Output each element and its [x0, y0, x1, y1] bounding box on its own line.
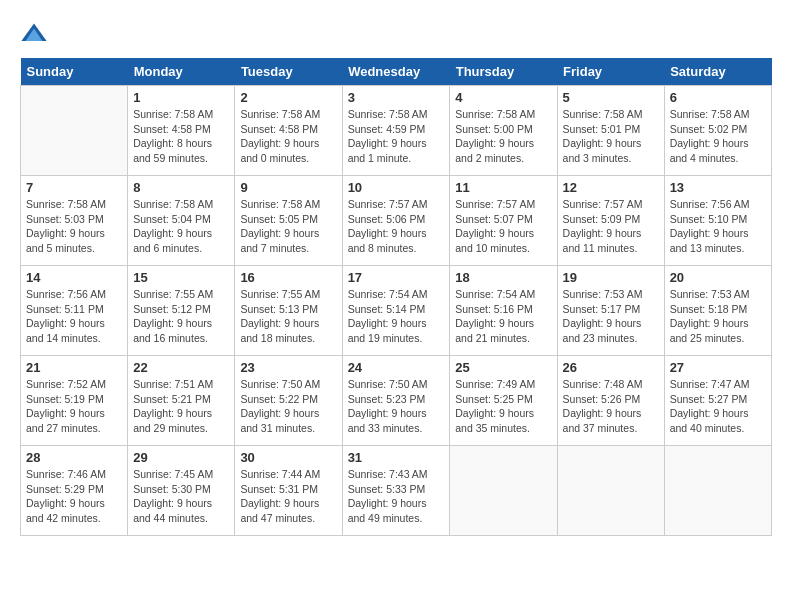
- calendar-cell: 19Sunrise: 7:53 AMSunset: 5:17 PMDayligh…: [557, 266, 664, 356]
- calendar-cell: 28Sunrise: 7:46 AMSunset: 5:29 PMDayligh…: [21, 446, 128, 536]
- day-info: Sunrise: 7:49 AMSunset: 5:25 PMDaylight:…: [455, 377, 551, 436]
- calendar-week-row: 7Sunrise: 7:58 AMSunset: 5:03 PMDaylight…: [21, 176, 772, 266]
- day-number: 8: [133, 180, 229, 195]
- day-info: Sunrise: 7:55 AMSunset: 5:13 PMDaylight:…: [240, 287, 336, 346]
- calendar-cell: 17Sunrise: 7:54 AMSunset: 5:14 PMDayligh…: [342, 266, 450, 356]
- day-number: 12: [563, 180, 659, 195]
- day-info: Sunrise: 7:50 AMSunset: 5:22 PMDaylight:…: [240, 377, 336, 436]
- day-number: 4: [455, 90, 551, 105]
- day-number: 10: [348, 180, 445, 195]
- calendar-cell: [450, 446, 557, 536]
- calendar-cell: 10Sunrise: 7:57 AMSunset: 5:06 PMDayligh…: [342, 176, 450, 266]
- day-info: Sunrise: 7:51 AMSunset: 5:21 PMDaylight:…: [133, 377, 229, 436]
- calendar-cell: 14Sunrise: 7:56 AMSunset: 5:11 PMDayligh…: [21, 266, 128, 356]
- day-info: Sunrise: 7:58 AMSunset: 4:58 PMDaylight:…: [133, 107, 229, 166]
- day-info: Sunrise: 7:58 AMSunset: 5:03 PMDaylight:…: [26, 197, 122, 256]
- day-info: Sunrise: 7:58 AMSunset: 4:58 PMDaylight:…: [240, 107, 336, 166]
- calendar-cell: 1Sunrise: 7:58 AMSunset: 4:58 PMDaylight…: [128, 86, 235, 176]
- calendar-cell: 3Sunrise: 7:58 AMSunset: 4:59 PMDaylight…: [342, 86, 450, 176]
- day-number: 21: [26, 360, 122, 375]
- calendar-cell: 2Sunrise: 7:58 AMSunset: 4:58 PMDaylight…: [235, 86, 342, 176]
- day-number: 9: [240, 180, 336, 195]
- calendar-cell: 4Sunrise: 7:58 AMSunset: 5:00 PMDaylight…: [450, 86, 557, 176]
- calendar-cell: 30Sunrise: 7:44 AMSunset: 5:31 PMDayligh…: [235, 446, 342, 536]
- calendar-week-row: 21Sunrise: 7:52 AMSunset: 5:19 PMDayligh…: [21, 356, 772, 446]
- day-info: Sunrise: 7:58 AMSunset: 5:04 PMDaylight:…: [133, 197, 229, 256]
- day-number: 19: [563, 270, 659, 285]
- day-number: 15: [133, 270, 229, 285]
- day-number: 18: [455, 270, 551, 285]
- day-number: 7: [26, 180, 122, 195]
- day-info: Sunrise: 7:56 AMSunset: 5:11 PMDaylight:…: [26, 287, 122, 346]
- calendar-cell: 12Sunrise: 7:57 AMSunset: 5:09 PMDayligh…: [557, 176, 664, 266]
- day-info: Sunrise: 7:50 AMSunset: 5:23 PMDaylight:…: [348, 377, 445, 436]
- day-number: 5: [563, 90, 659, 105]
- calendar-cell: 26Sunrise: 7:48 AMSunset: 5:26 PMDayligh…: [557, 356, 664, 446]
- calendar-cell: 7Sunrise: 7:58 AMSunset: 5:03 PMDaylight…: [21, 176, 128, 266]
- day-info: Sunrise: 7:53 AMSunset: 5:17 PMDaylight:…: [563, 287, 659, 346]
- calendar-cell: 24Sunrise: 7:50 AMSunset: 5:23 PMDayligh…: [342, 356, 450, 446]
- day-number: 3: [348, 90, 445, 105]
- calendar-cell: 18Sunrise: 7:54 AMSunset: 5:16 PMDayligh…: [450, 266, 557, 356]
- day-info: Sunrise: 7:57 AMSunset: 5:06 PMDaylight:…: [348, 197, 445, 256]
- day-number: 1: [133, 90, 229, 105]
- day-number: 29: [133, 450, 229, 465]
- day-number: 14: [26, 270, 122, 285]
- calendar-body: 1Sunrise: 7:58 AMSunset: 4:58 PMDaylight…: [21, 86, 772, 536]
- calendar-cell: 16Sunrise: 7:55 AMSunset: 5:13 PMDayligh…: [235, 266, 342, 356]
- day-info: Sunrise: 7:58 AMSunset: 4:59 PMDaylight:…: [348, 107, 445, 166]
- day-number: 23: [240, 360, 336, 375]
- day-number: 16: [240, 270, 336, 285]
- calendar-cell: 23Sunrise: 7:50 AMSunset: 5:22 PMDayligh…: [235, 356, 342, 446]
- calendar-cell: 27Sunrise: 7:47 AMSunset: 5:27 PMDayligh…: [664, 356, 771, 446]
- day-info: Sunrise: 7:56 AMSunset: 5:10 PMDaylight:…: [670, 197, 766, 256]
- day-info: Sunrise: 7:54 AMSunset: 5:14 PMDaylight:…: [348, 287, 445, 346]
- day-number: 20: [670, 270, 766, 285]
- day-number: 31: [348, 450, 445, 465]
- day-info: Sunrise: 7:44 AMSunset: 5:31 PMDaylight:…: [240, 467, 336, 526]
- calendar-cell: 6Sunrise: 7:58 AMSunset: 5:02 PMDaylight…: [664, 86, 771, 176]
- calendar-cell: 22Sunrise: 7:51 AMSunset: 5:21 PMDayligh…: [128, 356, 235, 446]
- calendar-cell: 20Sunrise: 7:53 AMSunset: 5:18 PMDayligh…: [664, 266, 771, 356]
- calendar-cell: 21Sunrise: 7:52 AMSunset: 5:19 PMDayligh…: [21, 356, 128, 446]
- calendar-cell: 25Sunrise: 7:49 AMSunset: 5:25 PMDayligh…: [450, 356, 557, 446]
- day-info: Sunrise: 7:57 AMSunset: 5:07 PMDaylight:…: [455, 197, 551, 256]
- day-number: 22: [133, 360, 229, 375]
- calendar-header-tuesday: Tuesday: [235, 58, 342, 86]
- logo-icon: [20, 20, 48, 48]
- calendar-week-row: 1Sunrise: 7:58 AMSunset: 4:58 PMDaylight…: [21, 86, 772, 176]
- calendar-header-saturday: Saturday: [664, 58, 771, 86]
- day-number: 17: [348, 270, 445, 285]
- day-number: 11: [455, 180, 551, 195]
- day-info: Sunrise: 7:57 AMSunset: 5:09 PMDaylight:…: [563, 197, 659, 256]
- calendar-cell: 9Sunrise: 7:58 AMSunset: 5:05 PMDaylight…: [235, 176, 342, 266]
- calendar-week-row: 14Sunrise: 7:56 AMSunset: 5:11 PMDayligh…: [21, 266, 772, 356]
- day-info: Sunrise: 7:53 AMSunset: 5:18 PMDaylight:…: [670, 287, 766, 346]
- day-number: 2: [240, 90, 336, 105]
- day-info: Sunrise: 7:58 AMSunset: 5:00 PMDaylight:…: [455, 107, 551, 166]
- day-info: Sunrise: 7:45 AMSunset: 5:30 PMDaylight:…: [133, 467, 229, 526]
- day-info: Sunrise: 7:58 AMSunset: 5:02 PMDaylight:…: [670, 107, 766, 166]
- day-info: Sunrise: 7:46 AMSunset: 5:29 PMDaylight:…: [26, 467, 122, 526]
- calendar-header-sunday: Sunday: [21, 58, 128, 86]
- day-info: Sunrise: 7:48 AMSunset: 5:26 PMDaylight:…: [563, 377, 659, 436]
- calendar-header-row: SundayMondayTuesdayWednesdayThursdayFrid…: [21, 58, 772, 86]
- day-info: Sunrise: 7:58 AMSunset: 5:01 PMDaylight:…: [563, 107, 659, 166]
- calendar-header-thursday: Thursday: [450, 58, 557, 86]
- day-info: Sunrise: 7:58 AMSunset: 5:05 PMDaylight:…: [240, 197, 336, 256]
- calendar-header-wednesday: Wednesday: [342, 58, 450, 86]
- calendar-cell: [21, 86, 128, 176]
- calendar-cell: 15Sunrise: 7:55 AMSunset: 5:12 PMDayligh…: [128, 266, 235, 356]
- day-number: 28: [26, 450, 122, 465]
- calendar-cell: 31Sunrise: 7:43 AMSunset: 5:33 PMDayligh…: [342, 446, 450, 536]
- header: [20, 20, 772, 48]
- calendar-header-friday: Friday: [557, 58, 664, 86]
- day-info: Sunrise: 7:52 AMSunset: 5:19 PMDaylight:…: [26, 377, 122, 436]
- day-info: Sunrise: 7:47 AMSunset: 5:27 PMDaylight:…: [670, 377, 766, 436]
- day-number: 26: [563, 360, 659, 375]
- calendar-cell: [557, 446, 664, 536]
- day-info: Sunrise: 7:43 AMSunset: 5:33 PMDaylight:…: [348, 467, 445, 526]
- calendar-cell: 5Sunrise: 7:58 AMSunset: 5:01 PMDaylight…: [557, 86, 664, 176]
- day-number: 27: [670, 360, 766, 375]
- calendar-cell: [664, 446, 771, 536]
